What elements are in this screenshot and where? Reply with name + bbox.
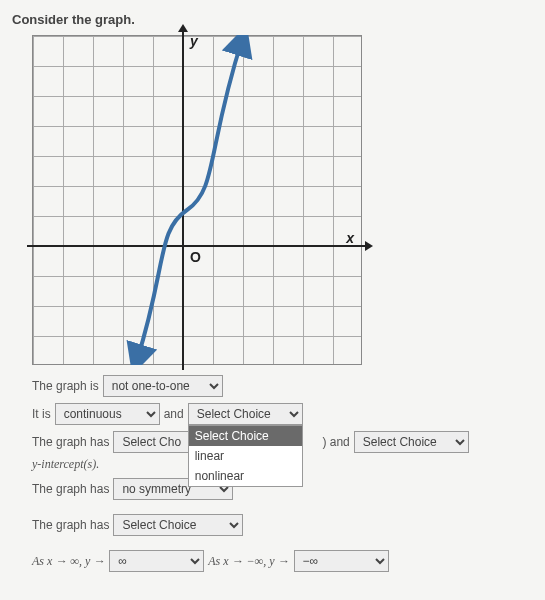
q3-select-2[interactable]: Select Choice	[354, 431, 469, 453]
q4-prefix: The graph has	[32, 482, 109, 496]
dropdown-option-linear[interactable]: linear	[189, 446, 302, 466]
graph-plot: y x O	[32, 35, 362, 365]
question-6: As x → ∞, y → ∞ As x → −∞, y → −∞	[32, 550, 533, 572]
q6-select-1[interactable]: ∞	[109, 550, 204, 572]
q6-prefix-2: As x → −∞, y →	[208, 554, 289, 569]
prompt-title: Consider the graph.	[12, 12, 533, 27]
q2-prefix: It is	[32, 407, 51, 421]
q3-prefix: The graph has	[32, 435, 109, 449]
q5-prefix: The graph has	[32, 518, 109, 532]
question-1: The graph is not one-to-one	[32, 375, 533, 397]
q2-select-1[interactable]: continuous	[55, 403, 160, 425]
q2-select-2[interactable]: Select Choice	[188, 403, 303, 425]
q2-mid: and	[164, 407, 184, 421]
curve	[32, 35, 362, 365]
dropdown-header[interactable]: Select Choice	[189, 426, 302, 446]
question-5: The graph has Select Choice	[32, 514, 533, 536]
q3-suffix: y-intercept(s).	[32, 457, 99, 472]
q3-mid: ) and	[322, 435, 349, 449]
question-2: It is continuous and Select Choice Selec…	[32, 403, 533, 425]
q1-select[interactable]: not one-to-one	[103, 375, 223, 397]
q5-select[interactable]: Select Choice	[113, 514, 243, 536]
dropdown-option-nonlinear[interactable]: nonlinear	[189, 466, 302, 486]
q6-select-2[interactable]: −∞	[294, 550, 389, 572]
q6-prefix-1: As x → ∞, y →	[32, 554, 105, 569]
dropdown-menu: Select Choice linear nonlinear	[188, 425, 303, 487]
q1-prefix: The graph is	[32, 379, 99, 393]
